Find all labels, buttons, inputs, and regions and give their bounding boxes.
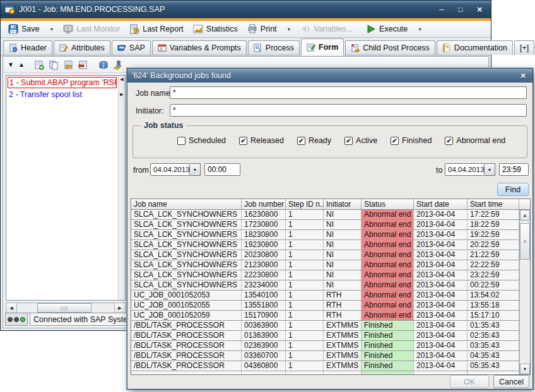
column-header[interactable]: Start date (414, 199, 467, 209)
table-row[interactable]: /BDL/TASK_PROCESSOR023639001EXTMMSFinish… (131, 341, 530, 351)
scroll-right-icon[interactable]: ▶ (120, 92, 123, 97)
scroll-right-icon[interactable]: ▶ (114, 303, 125, 313)
checkbox-scheduled[interactable]: Scheduled (177, 136, 226, 145)
table-cell: 23:22:59 (467, 270, 519, 280)
close-icon[interactable]: ✕ (472, 6, 487, 14)
execute-dropdown[interactable]: ▼ (413, 26, 426, 33)
dialog-body: Job name: Initiator: Job status Schedule… (127, 83, 532, 389)
tab-documentation[interactable]: Documentation (437, 40, 513, 55)
last-report-button[interactable]: Last Report (125, 23, 188, 35)
save-dropdown[interactable]: ▼ (45, 26, 59, 33)
column-header[interactable]: Job name (131, 199, 242, 209)
minimize-icon[interactable]: ─ (434, 6, 449, 13)
table-row[interactable]: SLCA_LCK_SYNCHOWNERS232340001NIAbnormal … (131, 280, 530, 291)
step-item[interactable]: 1 - Submit ABAP program 'RSPO0041 (8, 77, 117, 88)
column-header[interactable]: Status (362, 199, 414, 209)
table-row[interactable]: /BDL/TASK_PROCESSOR003639001EXTMMSFinish… (131, 321, 530, 331)
step-item[interactable]: 2 - Transfer spool list (8, 89, 117, 100)
table-cell: 2013-04-04 (414, 230, 467, 239)
table-row[interactable]: SLCA_LCK_SYNCHOWNERS222308001NIAbnormal … (131, 270, 530, 280)
vscroll-thumb[interactable]: ≡ (520, 223, 530, 260)
hscroll-thumb[interactable]: |||| (37, 303, 91, 313)
print-button[interactable]: Print (243, 23, 281, 35)
export-step-icon[interactable] (78, 60, 88, 70)
to-date-input[interactable]: 04.04.2013 (445, 163, 485, 176)
checkbox-finished[interactable]: ✔Finished (391, 136, 432, 145)
checkbox-abnormal-end[interactable]: ✔Abnormal end (445, 136, 505, 145)
maximize-icon[interactable]: □ (453, 6, 468, 13)
table-row[interactable]: SLCA_LCK_SYNCHOWNERS192308001NIAbnormal … (131, 240, 530, 250)
table-row[interactable]: SLCA_LCK_SYNCHOWNERS172308001NIAbnormal … (131, 220, 530, 230)
table-row[interactable]: SLCA_LCK_SYNCHOWNERS162308001NIAbnormal … (131, 210, 530, 220)
table-cell: 2013-04-04 (414, 341, 467, 350)
column-header[interactable]: Initiator (324, 199, 362, 209)
horizontal-scrollbar[interactable]: ◀ |||| ▶ (6, 303, 126, 313)
table-cell: 13:54:02 (467, 291, 519, 300)
checkbox-released[interactable]: ✔Released (239, 136, 284, 145)
find-button[interactable]: Find (497, 183, 529, 196)
column-header[interactable]: Job number (242, 199, 286, 209)
last-monitor-button[interactable]: Last Monitor (59, 23, 124, 35)
table-cell: 1 (286, 210, 324, 219)
job-name-input[interactable] (170, 86, 527, 99)
copy-step-icon[interactable] (49, 60, 59, 70)
cancel-button[interactable]: Cancel (493, 375, 529, 388)
dialog-close-icon[interactable]: ✕ (518, 72, 528, 80)
to-date-dropdown[interactable]: ▼ (485, 163, 495, 176)
scroll-down-icon[interactable]: ▼ (520, 364, 530, 374)
table-row[interactable]: UC_JOB_0001052055135518001RTHAbnormal en… (131, 301, 530, 311)
initiator-input[interactable] (170, 104, 527, 117)
scroll-left-icon[interactable]: ◀ (6, 303, 17, 313)
table-cell: RTH (324, 311, 362, 320)
table-row[interactable]: /BDL/TASK_PROCESSOR033607001EXTMMSFinish… (131, 351, 530, 361)
from-date-input[interactable]: 04.04.2013 (150, 163, 190, 176)
to-time-input[interactable] (499, 163, 529, 176)
dialog-title: '624' Background jobs found (132, 71, 231, 80)
ok-button[interactable]: OK (450, 375, 489, 388)
print-dropdown[interactable]: ▼ (282, 26, 296, 33)
save-button[interactable]: Save (4, 23, 44, 35)
table-cell: EXTMMS (324, 331, 362, 340)
table-row[interactable] (131, 371, 530, 374)
variables-button[interactable]: () Variables... (297, 23, 358, 35)
tab-child-post-process[interactable]: Child Post Process (345, 40, 435, 55)
tab-attributes[interactable]: Attributes (54, 40, 110, 55)
table-row[interactable]: UC_JOB_0001052053135401001RTHAbnormal en… (131, 291, 530, 301)
table-cell: 1 (286, 280, 324, 290)
move-up-icon[interactable]: ▲ (18, 62, 25, 68)
vertical-scrollbar[interactable]: ▲ ≡ ▼ (519, 210, 530, 374)
add-step-icon[interactable] (34, 60, 44, 70)
checkbox-active[interactable]: ✔Active (344, 136, 377, 145)
scroll-left-icon[interactable]: ◀ (120, 77, 123, 82)
move-down-icon[interactable]: ▼ (8, 62, 14, 68)
execute-button[interactable]: Execute (362, 23, 412, 35)
table-cell: 2013-04-04 (414, 210, 467, 219)
table-row[interactable]: UC_JOB_0001052059151709001RTHAbnormal en… (131, 311, 530, 321)
tab-plus[interactable]: [+] (514, 40, 534, 55)
import-step-icon[interactable] (63, 60, 73, 70)
table-row[interactable]: /BDL/TASK_PROCESSOR043608001EXTMMSFinish… (131, 361, 530, 371)
statistics-button[interactable]: Statistics (189, 23, 242, 35)
tab-process[interactable]: Process (248, 40, 300, 55)
checkbox-ready[interactable]: ✔Ready (297, 136, 331, 145)
from-date-dropdown[interactable]: ▼ (190, 163, 201, 176)
scroll-up-icon[interactable]: ▲ (520, 210, 530, 221)
from-time-input[interactable] (204, 163, 240, 176)
tab-variables-prompts[interactable]: XVariables & Prompts (152, 40, 247, 55)
table-cell: SLCA_LCK_SYNCHOWNERS (131, 270, 242, 280)
table-cell: Finished (362, 341, 414, 350)
tab-form[interactable]: Form (301, 38, 344, 55)
table-row[interactable]: SLCA_LCK_SYNCHOWNERS212308001NIAbnormal … (131, 260, 530, 270)
table-cell (324, 371, 362, 374)
column-header[interactable]: Step ID n... (286, 199, 324, 209)
goto-step-icon[interactable] (113, 60, 123, 70)
table-row[interactable]: SLCA_LCK_SYNCHOWNERS182308001NIAbnormal … (131, 230, 530, 240)
column-header[interactable]: Start time (467, 199, 519, 209)
tab-header[interactable]: iHeader (3, 40, 52, 55)
tab-sap[interactable]: SAP (112, 40, 151, 55)
link-icon[interactable] (98, 60, 109, 70)
table-row[interactable]: SLCA_LCK_SYNCHOWNERS202308001NIAbnormal … (131, 250, 530, 260)
table-cell: Abnormal end (362, 240, 414, 250)
hscroll-track[interactable]: |||| (17, 303, 114, 313)
table-row[interactable]: /BDL/TASK_PROCESSOR013639001EXTMMSFinish… (131, 331, 530, 341)
